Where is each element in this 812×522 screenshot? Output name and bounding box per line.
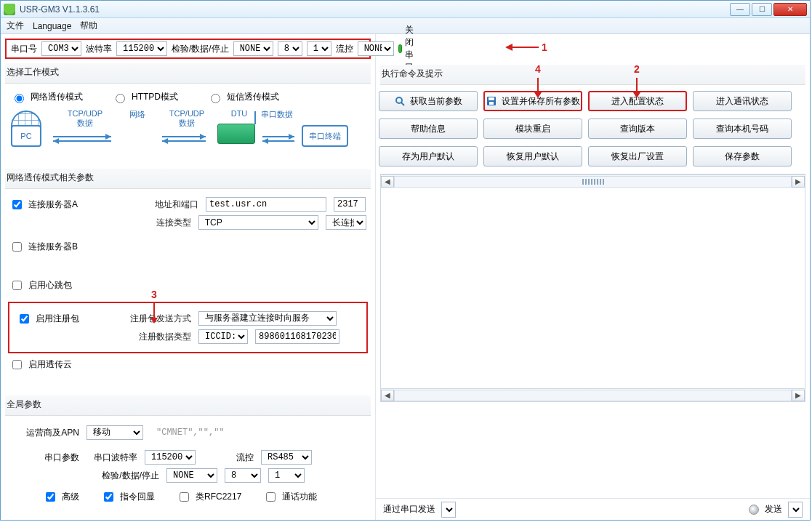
left-pane: 串口号 COM3 波特率 115200 检验/数据/停止 NONE 8 1 流控…	[1, 34, 376, 520]
scrollbar-top[interactable]: ◀ ▶	[381, 174, 805, 188]
rfc-check[interactable]: 类RFC2217	[177, 490, 241, 504]
get-params-button[interactable]: 获取当前参数	[379, 91, 478, 111]
serial-flow-select[interactable]: RS485	[261, 450, 312, 465]
factory-button[interactable]: 恢复出厂设置	[588, 146, 687, 166]
call-check[interactable]: 通话功能	[263, 490, 317, 504]
global-title: 全局参数	[5, 395, 371, 415]
port-input[interactable]	[334, 197, 366, 212]
serial-dbits-select[interactable]: 8	[225, 468, 261, 483]
port-select[interactable]: COM3	[41, 41, 81, 56]
button-row-2: 帮助信息 模块重启 查询版本 查询本机号码	[379, 119, 807, 139]
reg-type-select[interactable]: ICCID:	[198, 329, 248, 344]
scrollbar-bottom[interactable]: ◀ ▶	[381, 388, 805, 401]
apn-op-select[interactable]: 移动	[87, 425, 143, 440]
send-via-select[interactable]	[441, 502, 456, 518]
menu-file[interactable]: 文件	[7, 20, 24, 32]
button-row-1: 获取当前参数 设置并保存所有参数 进入配置状态 进入通讯状态	[379, 91, 807, 111]
addr-input[interactable]	[206, 197, 326, 212]
svg-marker-7	[162, 138, 168, 144]
window-controls: — ☐ ✕	[730, 3, 807, 16]
set-save-button[interactable]: 设置并保存所有参数	[483, 91, 582, 111]
node-terminal: 串口终端	[302, 125, 348, 147]
save-icon	[486, 95, 497, 107]
version-button[interactable]: 查询版本	[588, 119, 687, 139]
conn-keep-select[interactable]: 长连接	[326, 215, 366, 230]
svg-marker-3	[53, 138, 59, 144]
server-a-check[interactable]: 连接服务器A	[9, 198, 104, 212]
node-dtu	[214, 124, 258, 153]
status-lamp-icon	[749, 505, 759, 515]
adv-check[interactable]: 高级	[17, 490, 79, 504]
register-check[interactable]: 启用注册包	[17, 312, 111, 326]
scroll-right-icon[interactable]: ▶	[792, 176, 805, 188]
serial-par-select[interactable]: NONE	[166, 468, 217, 483]
reboot-button[interactable]: 模块重启	[483, 119, 582, 139]
svg-marker-5	[200, 134, 206, 140]
workmode-title: 选择工作模式	[5, 63, 371, 83]
menu-language[interactable]: Language	[33, 21, 71, 31]
echo-check[interactable]: 指令回显	[101, 490, 155, 504]
heartbeat-check[interactable]: 启用心跳包	[9, 278, 104, 292]
scroll-right-icon[interactable]: ▶	[792, 390, 805, 401]
query-sn-button[interactable]: 查询本机号码	[693, 119, 792, 139]
send-bar: 通过串口发送 发送	[376, 498, 810, 520]
mode-net[interactable]: 网络透传模式	[11, 91, 83, 103]
arrow-icon	[156, 134, 212, 141]
conn-type-select[interactable]: TCP	[198, 215, 318, 230]
svg-rect-18	[489, 102, 494, 105]
svg-marker-11	[262, 138, 268, 144]
arrow-icon	[47, 134, 117, 141]
netparams-title: 网络透传模式相关参数	[5, 169, 371, 188]
baud-select[interactable]: 115200	[116, 41, 167, 56]
minimize-button[interactable]: —	[730, 3, 750, 16]
save-params-button[interactable]: 保存参数	[693, 146, 792, 166]
serial-baud-select[interactable]: 115200	[145, 450, 196, 465]
send-select[interactable]	[788, 502, 803, 518]
scroll-left-icon[interactable]: ◀	[381, 390, 394, 401]
mode-sms[interactable]: 短信透传模式	[207, 91, 279, 103]
button-row-3: 存为用户默认 恢复用户默认 恢复出厂设置 保存参数	[379, 146, 807, 166]
mode-httpd[interactable]: HTTPD模式	[112, 91, 178, 103]
node-pc: PC	[11, 125, 41, 147]
netparams: 连接服务器A 地址和端口 连接类型 TCP 长连接 连接服务器B 启用心跳包	[1, 189, 375, 300]
client-area: 串口号 COM3 波特率 115200 检验/数据/停止 NONE 8 1 流控…	[1, 34, 810, 520]
reg-send-select[interactable]: 与服务器建立连接时向服务	[198, 311, 337, 326]
serial-toolbar: 串口号 COM3 波特率 115200 检验/数据/停止 NONE 8 1 流控…	[5, 39, 371, 59]
stopbits-select[interactable]: 1	[307, 41, 331, 56]
databits-select[interactable]: 8	[278, 41, 302, 56]
svg-marker-20	[505, 44, 512, 51]
reg-value-input[interactable]	[255, 329, 339, 344]
load-default-button[interactable]: 恢复用户默认	[483, 146, 582, 166]
svg-marker-1	[105, 134, 111, 140]
svg-rect-17	[489, 97, 494, 100]
port-label: 串口号	[11, 43, 37, 55]
svg-point-14	[396, 97, 402, 103]
register-box: 启用注册包 注册包发送方式 与服务器建立连接时向服务 注册数据类型 ICCID:	[8, 302, 368, 353]
right-pane: 执行命令及提示 获取当前参数 设置并保存所有参数 进入配置状态	[376, 34, 810, 520]
workmode-radios: 网络透传模式 HTTPD模式 短信透传模式	[1, 84, 375, 111]
app-icon	[4, 4, 15, 15]
conn-type-label: 连接类型	[108, 217, 191, 229]
enter-config-button[interactable]: 进入配置状态	[588, 91, 687, 111]
serial-sbits-select[interactable]: 1	[268, 468, 305, 483]
apn-label: 运营商及APN	[17, 427, 79, 439]
send-label: 发送	[765, 503, 782, 515]
parity-select[interactable]: NONE	[233, 41, 273, 56]
parity-label: 检验/数据/停止	[172, 43, 229, 55]
titlebar: USR-GM3 V1.1.3.61 — ☐ ✕	[1, 1, 810, 18]
maximize-button[interactable]: ☐	[752, 3, 772, 16]
help-button[interactable]: 帮助信息	[379, 119, 478, 139]
scroll-left-icon[interactable]: ◀	[381, 176, 394, 188]
enter-comm-button[interactable]: 进入通讯状态	[693, 91, 792, 111]
svg-marker-9	[289, 134, 294, 140]
save-default-button[interactable]: 存为用户默认	[379, 146, 478, 166]
close-button[interactable]: ✕	[773, 3, 807, 16]
flow-label: 流控	[336, 43, 353, 55]
cloud-check[interactable]: 启用透传云	[9, 358, 104, 372]
serial-params-label: 串口参数	[17, 451, 79, 464]
server-b-check[interactable]: 连接服务器B	[9, 240, 104, 254]
menu-help[interactable]: 帮助	[80, 20, 97, 32]
reg-type-label: 注册数据类型	[118, 331, 191, 343]
serial-flow-label: 流控	[203, 451, 254, 464]
global-params: 运营商及APN 移动 "CMNET","","" 串口参数 串口波特率 1152…	[1, 416, 375, 516]
